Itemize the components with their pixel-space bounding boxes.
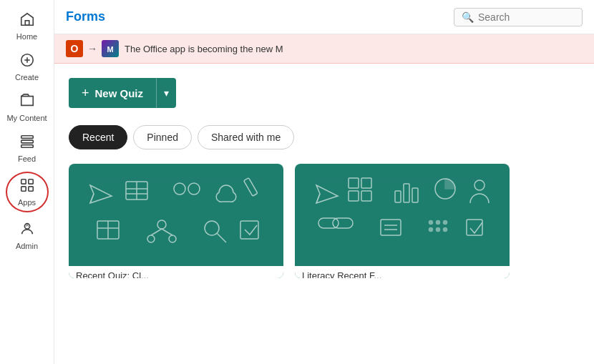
app-title: Forms <box>66 9 445 24</box>
create-icon <box>19 52 35 70</box>
plus-icon: + <box>82 86 89 101</box>
svg-point-30 <box>147 235 155 242</box>
svg-point-31 <box>169 235 176 242</box>
new-quiz-dropdown-button[interactable]: ▾ <box>156 78 176 108</box>
svg-text:A: A <box>25 222 29 227</box>
cards-row: Recent Quiz: Cl... <box>69 164 580 278</box>
card-2-label: Literacy Recent F... <box>295 266 510 278</box>
svg-rect-10 <box>28 187 32 191</box>
sidebar-item-feed-label: Feed <box>18 154 36 163</box>
tab-shared[interactable]: Shared with me <box>198 125 294 149</box>
tab-shared-label: Shared with me <box>211 132 281 143</box>
new-quiz-button[interactable]: + New Quiz <box>69 78 156 108</box>
content-area: + New Quiz ▾ Recent Pinned Shared with m… <box>54 64 594 364</box>
svg-rect-43 <box>395 191 401 202</box>
svg-text:M: M <box>107 45 113 54</box>
search-input[interactable] <box>478 11 571 23</box>
tab-pinned-label: Pinned <box>147 132 178 143</box>
sidebar-item-admin[interactable]: A Admin <box>2 215 52 256</box>
svg-rect-9 <box>21 187 25 191</box>
sidebar-item-feed[interactable]: Feed <box>2 128 52 169</box>
svg-rect-4 <box>21 136 33 139</box>
banner-icons: O → M <box>66 40 119 57</box>
svg-point-55 <box>437 228 440 232</box>
sidebar: Home Create My Content <box>0 0 54 364</box>
my-content-icon <box>19 93 35 111</box>
apps-icon <box>19 177 35 195</box>
feed-icon <box>19 134 35 152</box>
svg-rect-41 <box>349 191 359 201</box>
admin-icon: A <box>19 221 35 239</box>
svg-rect-5 <box>21 140 33 143</box>
card-1-label: Recent Quiz: Cl... <box>69 266 283 278</box>
svg-rect-7 <box>21 179 25 184</box>
svg-rect-36 <box>240 221 258 239</box>
dropdown-arrow-icon: ▾ <box>164 87 169 99</box>
sidebar-item-create[interactable]: Create <box>2 46 52 87</box>
sidebar-item-apps-label: Apps <box>18 198 36 207</box>
sidebar-item-home[interactable]: Home <box>2 6 52 46</box>
tab-recent-label: Recent <box>82 132 114 143</box>
card-2[interactable]: Literacy Recent F... <box>295 164 510 278</box>
card-1[interactable]: Recent Quiz: Cl... <box>69 164 283 278</box>
svg-line-33 <box>162 229 172 235</box>
arrow-right-icon: → <box>87 43 97 54</box>
svg-point-47 <box>474 180 485 190</box>
svg-rect-48 <box>381 220 401 235</box>
card-1-pattern <box>69 164 283 278</box>
svg-rect-8 <box>28 179 32 184</box>
svg-line-32 <box>151 229 162 235</box>
office-icon: O <box>66 40 83 57</box>
microsoft365-icon: M <box>102 40 119 57</box>
card-2-pattern <box>295 164 510 278</box>
tab-pinned[interactable]: Pinned <box>133 125 192 149</box>
svg-rect-42 <box>361 191 371 201</box>
svg-point-24 <box>188 183 200 195</box>
svg-rect-44 <box>404 184 409 202</box>
sidebar-item-home-label: Home <box>16 32 37 41</box>
svg-text:O: O <box>71 43 79 54</box>
search-icon: 🔍 <box>462 11 474 23</box>
sidebar-item-apps[interactable]: Apps <box>6 172 49 212</box>
svg-point-29 <box>157 220 166 229</box>
svg-point-51 <box>429 221 433 225</box>
new-quiz-label: New Quiz <box>95 87 144 99</box>
main-area: Forms 🔍 O → M <box>54 0 594 364</box>
svg-line-35 <box>217 233 226 242</box>
svg-rect-6 <box>21 145 33 148</box>
svg-rect-0 <box>25 21 29 25</box>
home-icon <box>19 11 35 29</box>
new-quiz-row: + New Quiz ▾ <box>69 78 580 108</box>
svg-rect-45 <box>412 188 418 202</box>
sidebar-item-admin-label: Admin <box>16 242 38 250</box>
search-box[interactable]: 🔍 <box>454 8 583 26</box>
topbar: Forms 🔍 <box>54 0 594 34</box>
sidebar-item-my-content-label: My Content <box>6 114 47 122</box>
svg-rect-25 <box>244 178 258 197</box>
svg-rect-39 <box>349 178 359 188</box>
tabs-row: Recent Pinned Shared with me <box>69 125 580 149</box>
svg-point-56 <box>444 228 447 232</box>
tab-recent[interactable]: Recent <box>69 125 127 149</box>
notification-banner: O → M The Office app is becoming the new… <box>54 34 594 64</box>
sidebar-item-my-content[interactable]: My Content <box>2 87 52 128</box>
svg-point-52 <box>437 221 440 225</box>
svg-point-53 <box>444 221 447 225</box>
banner-text: The Office app is becoming the new M <box>125 44 283 54</box>
svg-rect-40 <box>361 178 371 188</box>
svg-point-54 <box>429 228 433 232</box>
sidebar-item-create-label: Create <box>15 73 39 82</box>
svg-point-23 <box>174 183 185 195</box>
